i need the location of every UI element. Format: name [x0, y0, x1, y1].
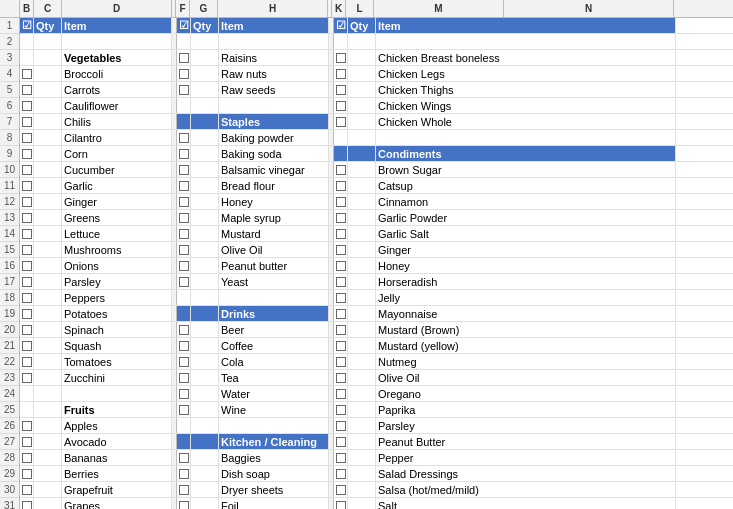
checkbox[interactable] [179, 501, 189, 510]
right-check-28[interactable] [334, 450, 348, 465]
checkbox[interactable] [22, 85, 32, 95]
checkbox[interactable] [179, 149, 189, 159]
right-check-11[interactable] [334, 178, 348, 193]
checkbox[interactable] [179, 469, 189, 479]
checkbox[interactable] [179, 485, 189, 495]
mid-check-31[interactable] [177, 498, 191, 509]
left-check-16[interactable] [20, 258, 34, 273]
right-check-10[interactable] [334, 162, 348, 177]
mid-check-3[interactable] [177, 50, 191, 65]
checkbox[interactable] [179, 165, 189, 175]
left-check-25[interactable] [20, 402, 34, 417]
right-check-23[interactable] [334, 370, 348, 385]
mid-check-2[interactable] [177, 34, 191, 49]
mid-check-11[interactable] [177, 178, 191, 193]
checkbox[interactable] [179, 133, 189, 143]
checkbox[interactable] [336, 69, 346, 79]
checkbox[interactable] [179, 277, 189, 287]
checkbox[interactable] [22, 261, 32, 271]
checkbox[interactable] [336, 117, 346, 127]
mid-check-20[interactable] [177, 322, 191, 337]
right-check-18[interactable] [334, 290, 348, 305]
right-check-7[interactable] [334, 114, 348, 129]
left-check-9[interactable] [20, 146, 34, 161]
mid-check-10[interactable] [177, 162, 191, 177]
checkbox[interactable] [22, 501, 32, 510]
left-check-3[interactable] [20, 50, 34, 65]
checkbox[interactable] [336, 245, 346, 255]
mid-check-30[interactable] [177, 482, 191, 497]
checkbox[interactable] [179, 197, 189, 207]
checkbox[interactable] [336, 341, 346, 351]
mid-check-16[interactable] [177, 258, 191, 273]
checkbox[interactable] [336, 437, 346, 447]
checkbox[interactable] [336, 101, 346, 111]
mid-check-18[interactable] [177, 290, 191, 305]
left-check-21[interactable] [20, 338, 34, 353]
mid-check-29[interactable] [177, 466, 191, 481]
left-check-18[interactable] [20, 290, 34, 305]
checkbox[interactable] [336, 485, 346, 495]
checkbox[interactable] [22, 453, 32, 463]
checkbox[interactable] [22, 373, 32, 383]
checkbox[interactable] [22, 309, 32, 319]
checkbox[interactable] [336, 277, 346, 287]
checkbox[interactable] [336, 261, 346, 271]
mid-check-24[interactable] [177, 386, 191, 401]
mid-check-9[interactable] [177, 146, 191, 161]
checkbox[interactable] [336, 213, 346, 223]
right-check-9[interactable] [334, 146, 348, 161]
mid-check-28[interactable] [177, 450, 191, 465]
right-check-27[interactable] [334, 434, 348, 449]
right-check-3[interactable] [334, 50, 348, 65]
checkbox[interactable] [336, 405, 346, 415]
mid-check-22[interactable] [177, 354, 191, 369]
checkbox[interactable] [336, 357, 346, 367]
checkbox[interactable] [179, 341, 189, 351]
checkbox[interactable] [22, 149, 32, 159]
left-check-17[interactable] [20, 274, 34, 289]
checkbox[interactable] [336, 469, 346, 479]
right-check-22[interactable] [334, 354, 348, 369]
left-check-7[interactable] [20, 114, 34, 129]
right-check-29[interactable] [334, 466, 348, 481]
checkbox[interactable] [179, 357, 189, 367]
checkbox[interactable] [22, 437, 32, 447]
mid-check-21[interactable] [177, 338, 191, 353]
checkbox[interactable] [22, 325, 32, 335]
left-check-13[interactable] [20, 210, 34, 225]
checkbox[interactable] [179, 245, 189, 255]
mid-check-7[interactable] [177, 114, 191, 129]
checkbox[interactable] [336, 501, 346, 510]
mid-check-14[interactable] [177, 226, 191, 241]
mid-header-check[interactable]: ☑ [177, 18, 191, 33]
checkbox[interactable] [336, 229, 346, 239]
checkbox[interactable] [22, 341, 32, 351]
right-check-4[interactable] [334, 66, 348, 81]
checkbox[interactable] [336, 373, 346, 383]
right-check-6[interactable] [334, 98, 348, 113]
checkbox[interactable] [22, 277, 32, 287]
right-check-26[interactable] [334, 418, 348, 433]
left-check-14[interactable] [20, 226, 34, 241]
left-check-24[interactable] [20, 386, 34, 401]
checkbox[interactable] [22, 229, 32, 239]
left-check-19[interactable] [20, 306, 34, 321]
mid-check-12[interactable] [177, 194, 191, 209]
checkbox[interactable] [22, 421, 32, 431]
mid-check-8[interactable] [177, 130, 191, 145]
checkbox[interactable] [179, 69, 189, 79]
checkbox[interactable] [336, 309, 346, 319]
right-check-21[interactable] [334, 338, 348, 353]
checkbox[interactable] [336, 325, 346, 335]
left-check-20[interactable] [20, 322, 34, 337]
right-check-14[interactable] [334, 226, 348, 241]
checkbox[interactable] [179, 373, 189, 383]
mid-check-25[interactable] [177, 402, 191, 417]
checkbox[interactable] [336, 293, 346, 303]
mid-check-26[interactable] [177, 418, 191, 433]
mid-check-23[interactable] [177, 370, 191, 385]
mid-check-15[interactable] [177, 242, 191, 257]
left-check-15[interactable] [20, 242, 34, 257]
right-check-2[interactable] [334, 34, 348, 49]
